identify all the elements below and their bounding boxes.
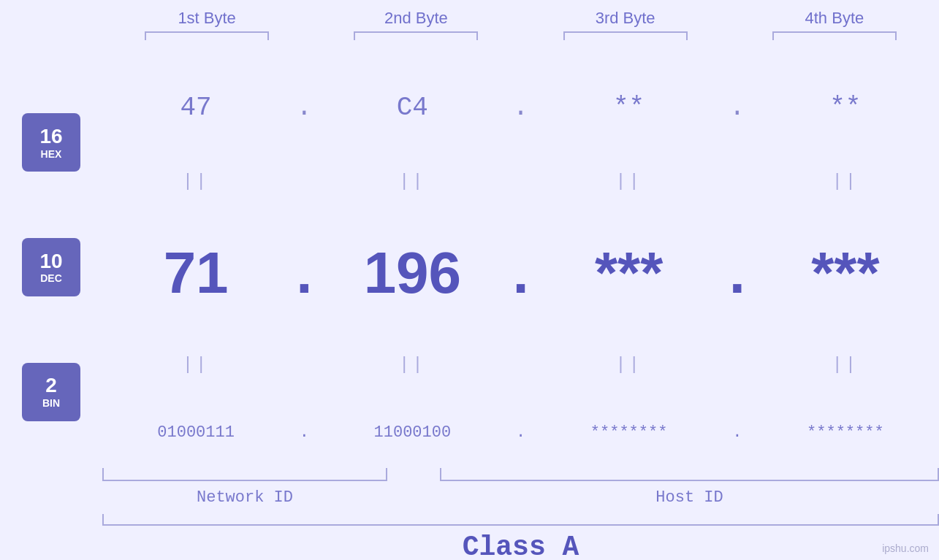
watermark: ipshu.com <box>882 542 929 554</box>
bin-dot-2: . <box>506 423 536 442</box>
sep-1-3: || <box>536 172 723 191</box>
bracket-top-4 <box>772 31 897 40</box>
sep-1-1: || <box>102 172 289 191</box>
dec-dot-3: . <box>723 239 752 307</box>
bracket-host <box>440 468 939 481</box>
host-id-label: Host ID <box>440 488 939 507</box>
dec-val-1: 71 <box>102 239 289 307</box>
byte-headers: 1st Byte 2nd Byte 3rd Byte 4th Byte <box>102 0 939 69</box>
dec-val-3: *** <box>536 239 723 307</box>
hex-badge-number: 16 <box>39 126 62 148</box>
bottom-area: Network ID Host ID Class A <box>102 465 939 560</box>
bracket-network <box>102 468 387 481</box>
sep-2-1: || <box>102 355 289 375</box>
byte-col-3: 3rd Byte <box>521 0 730 69</box>
hex-badge: 16 HEX <box>22 113 80 172</box>
bin-badge: 2 BIN <box>22 363 80 421</box>
network-id-label: Network ID <box>102 488 387 507</box>
badges-column: 16 HEX 10 DEC 2 BIN <box>0 69 102 465</box>
main-container: 1st Byte 2nd Byte 3rd Byte 4th Byte 16 H… <box>0 0 939 560</box>
hex-val-2: C4 <box>319 93 506 123</box>
bin-val-3: ******** <box>536 423 723 442</box>
hex-row: 47 . C4 . ** . ** <box>102 93 939 123</box>
dec-row: 71 . 196 . *** . *** <box>102 239 939 307</box>
bin-row: 01000111 . 11000100 . ******** . *******… <box>102 423 939 442</box>
byte-label-2: 2nd Byte <box>384 9 448 28</box>
bin-dot-1: . <box>289 423 319 442</box>
byte-label-3: 3rd Byte <box>596 9 655 28</box>
byte-label-1: 1st Byte <box>178 9 235 28</box>
bin-badge-label: BIN <box>42 397 60 409</box>
hex-dot-3: . <box>723 93 752 123</box>
data-columns: 47 . C4 . ** . ** || || || || 71 <box>102 69 939 465</box>
dec-badge-number: 10 <box>39 250 62 273</box>
dec-badge: 10 DEC <box>22 238 80 296</box>
bin-val-1: 01000111 <box>102 423 289 442</box>
class-label: Class A <box>463 532 579 560</box>
id-labels: Network ID Host ID <box>102 488 939 507</box>
bottom-brackets <box>102 468 939 483</box>
hex-dot-1: . <box>289 93 319 123</box>
dec-dot-2: . <box>506 239 536 307</box>
sep-2-3: || <box>536 355 723 375</box>
hex-val-4: ** <box>752 93 939 123</box>
bin-badge-number: 2 <box>45 375 57 397</box>
sep-2-4: || <box>752 355 939 375</box>
hex-val-1: 47 <box>102 93 289 123</box>
sep-1-4: || <box>752 172 939 191</box>
byte-col-4: 4th Byte <box>730 0 939 69</box>
hex-val-3: ** <box>536 93 723 123</box>
dec-badge-label: DEC <box>40 272 62 284</box>
rows-area: 16 HEX 10 DEC 2 BIN 47 . C4 . ** . ** <box>0 69 939 465</box>
hex-badge-label: HEX <box>41 148 62 160</box>
bracket-top-1 <box>145 31 269 40</box>
sep-2-2: || <box>319 355 506 375</box>
bin-val-2: 11000100 <box>319 423 506 442</box>
id-gap <box>387 488 440 507</box>
bin-val-4: ******** <box>752 423 939 442</box>
dec-dot-1: . <box>289 239 319 307</box>
class-section: Class A <box>102 532 939 560</box>
sep-row-2: || || || || <box>102 354 939 376</box>
sep-1-2: || <box>319 172 506 191</box>
byte-col-1: 1st Byte <box>102 0 311 69</box>
sep-row-1: || || || || <box>102 170 939 192</box>
byte-label-4: 4th Byte <box>805 9 864 28</box>
big-bracket <box>102 514 939 526</box>
bin-dot-3: . <box>723 423 752 442</box>
dec-val-4: *** <box>752 239 939 307</box>
byte-col-2: 2nd Byte <box>311 0 520 69</box>
bracket-top-2 <box>354 31 478 40</box>
bracket-top-3 <box>563 31 688 40</box>
dec-val-2: 196 <box>319 239 506 307</box>
hex-dot-2: . <box>506 93 536 123</box>
